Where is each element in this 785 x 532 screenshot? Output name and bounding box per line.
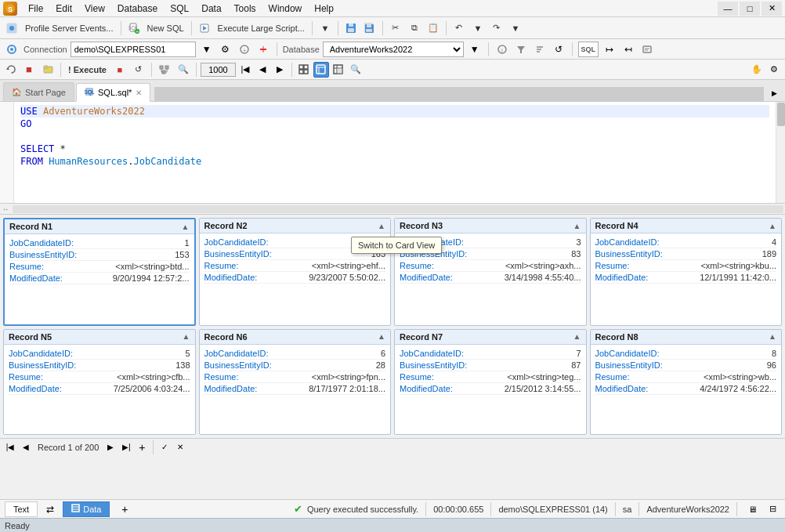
prev-nav-btn[interactable]: ◀ (19, 440, 33, 454)
settings-btn[interactable]: ⚙ (766, 62, 782, 78)
record-n7-header[interactable]: Record N7 ▲ (395, 330, 586, 345)
db-props-btn[interactable]: i (494, 42, 510, 57)
stop-exec-btn[interactable]: ■ (111, 61, 128, 78)
h-scroll-bar[interactable] (13, 205, 783, 213)
sql-content[interactable]: USE AdventureWorks2022 GO SELECT * FROM … (14, 102, 776, 203)
cancel-nav-btn[interactable]: ✕ (173, 440, 187, 454)
execute-large-button[interactable]: Execute Large Script... (215, 20, 308, 37)
menu-sql[interactable]: SQL (164, 2, 195, 16)
conn-arrow-btn[interactable]: ▼ (199, 42, 215, 57)
conn-disconnect-btn[interactable] (255, 42, 271, 57)
tab-scroll-right[interactable]: ▶ (766, 85, 782, 101)
record-card-n7[interactable]: Record N7 ▲ JobCandidateID:7 BusinessEnt… (394, 329, 587, 436)
page-size-input[interactable] (201, 63, 236, 77)
prev-record-btn[interactable]: ◀ (255, 62, 270, 78)
sql-vertical-scrollbar[interactable] (776, 102, 785, 203)
record-n1-header[interactable]: Record N1 ▲ (5, 219, 194, 234)
save-all-btn[interactable] (361, 20, 378, 37)
maximize-button[interactable]: □ (740, 2, 760, 16)
db-sort-btn[interactable] (532, 42, 548, 57)
screen-btn[interactable]: 🖥 (744, 501, 760, 517)
tab-close-btn[interactable]: ✕ (136, 89, 142, 97)
tab-sql[interactable]: SQL SQL.sql* ✕ (76, 83, 150, 102)
database-select[interactable]: AdventureWorks2022 (323, 42, 464, 57)
menu-file[interactable]: File (22, 2, 49, 16)
execute-button[interactable]: ! Execute (65, 61, 110, 78)
record-n7-collapse[interactable]: ▲ (573, 332, 581, 341)
hand-btn[interactable]: ✋ (749, 62, 765, 78)
undo-btn[interactable]: ↶ (450, 20, 468, 37)
conn-settings-btn[interactable]: ⚙ (218, 42, 233, 57)
db-filter-btn[interactable] (513, 42, 529, 57)
search2-btn[interactable]: 🔍 (348, 62, 364, 78)
add-record-btn[interactable]: + (135, 440, 149, 454)
search-btn[interactable]: 🔍 (175, 61, 192, 78)
record-n4-collapse[interactable]: ▲ (769, 222, 776, 230)
pivot-view-btn[interactable] (331, 62, 346, 78)
record-card-n8[interactable]: Record N8 ▲ JobCandidateID:8 BusinessEnt… (590, 329, 783, 436)
record-card-n5[interactable]: Record N5 ▲ JobCandidateID:5 BusinessEnt… (3, 329, 196, 436)
menu-window[interactable]: Window (262, 2, 309, 16)
sql-scroll-thumb[interactable] (777, 103, 785, 126)
card-view-btn[interactable] (313, 62, 329, 78)
menu-edit[interactable]: Edit (49, 2, 78, 16)
redo-dropdown-btn[interactable]: ▼ (507, 20, 524, 37)
record-n4-header[interactable]: Record N4 ▲ (591, 219, 782, 233)
data-tab-btn[interactable]: Data (63, 501, 110, 517)
comment-btn[interactable] (639, 42, 655, 57)
menu-data[interactable]: Data (195, 2, 227, 16)
schema-btn[interactable] (156, 61, 173, 78)
record-n2-header[interactable]: Record N2 ▲ (200, 219, 391, 233)
sql-mode-btn[interactable]: SQL (578, 42, 599, 57)
next-nav-btn[interactable]: ▶ (103, 440, 118, 454)
copy-btn[interactable]: ⧉ (406, 20, 423, 37)
connection-input[interactable] (71, 42, 196, 57)
exec-stop-btn[interactable]: ■ (20, 61, 38, 78)
record-card-n2[interactable]: Record N2 ▲ JobCandidateID:2 BusinessEnt… (199, 218, 392, 326)
transfer-btn[interactable]: ⇄ (42, 501, 58, 517)
record-n5-collapse[interactable]: ▲ (183, 332, 190, 341)
add-tab-btn[interactable]: + (118, 502, 132, 516)
last-nav-btn[interactable]: ▶| (119, 440, 133, 454)
cut-btn[interactable]: ✂ (387, 20, 404, 37)
menu-database[interactable]: Database (111, 2, 164, 16)
record-card-n3[interactable]: Record N3 ▲ JobCandidateID:3 BusinessEnt… (394, 218, 587, 326)
menu-view[interactable]: View (78, 2, 111, 16)
refresh-btn[interactable]: ↺ (130, 61, 147, 78)
layout-btn[interactable]: ⊟ (765, 501, 780, 517)
close-button[interactable]: ✕ (761, 2, 782, 16)
record-n3-collapse[interactable]: ▲ (573, 222, 581, 230)
minimize-button[interactable]: — (718, 2, 738, 16)
redo-btn[interactable]: ↷ (488, 20, 505, 37)
tab-start-page[interactable]: 🏠 Start Page (3, 82, 74, 101)
first-nav-btn[interactable]: |◀ (3, 440, 17, 454)
record-n5-header[interactable]: Record N5 ▲ (4, 330, 195, 345)
profile-server-button[interactable]: Profile Server Events... (22, 20, 117, 37)
record-n6-header[interactable]: Record N6 ▲ (200, 330, 391, 345)
dropdown-arrow-btn[interactable]: ▼ (317, 20, 334, 37)
db-refresh-btn[interactable]: ↺ (551, 42, 566, 57)
record-n2-collapse[interactable]: ▲ (378, 222, 385, 230)
record-card-n1[interactable]: Record N1 ▲ JobCandidateID:1 BusinessEnt… (3, 218, 196, 326)
outdent-btn[interactable]: ↤ (620, 42, 636, 57)
record-card-n4[interactable]: Record N4 ▲ JobCandidateID:4 BusinessEnt… (590, 218, 783, 326)
record-n8-collapse[interactable]: ▲ (769, 332, 776, 341)
undo-dropdown-btn[interactable]: ▼ (469, 20, 487, 37)
grid-view-btn[interactable] (296, 62, 312, 78)
record-n1-collapse[interactable]: ▲ (182, 223, 190, 231)
new-sql-button[interactable]: New SQL (144, 20, 187, 37)
conn-new-btn[interactable]: + (237, 42, 252, 57)
record-n8-header[interactable]: Record N8 ▲ (591, 330, 782, 345)
next-record-btn[interactable]: ▶ (272, 62, 288, 78)
record-card-n6[interactable]: Record N6 ▲ JobCandidateID:6 BusinessEnt… (199, 329, 392, 436)
menu-help[interactable]: Help (308, 2, 340, 16)
save-btn[interactable] (342, 20, 360, 37)
text-tab-btn[interactable]: Text (5, 501, 38, 517)
exec-open-btn[interactable] (39, 61, 56, 78)
paste-btn[interactable]: 📋 (425, 20, 442, 37)
record-n3-header[interactable]: Record N3 ▲ (395, 219, 586, 233)
menu-tools[interactable]: Tools (228, 2, 262, 16)
record-n6-collapse[interactable]: ▲ (378, 332, 385, 341)
db-dropdown-btn[interactable]: ▼ (467, 42, 483, 57)
confirm-btn[interactable]: ✓ (157, 440, 172, 454)
